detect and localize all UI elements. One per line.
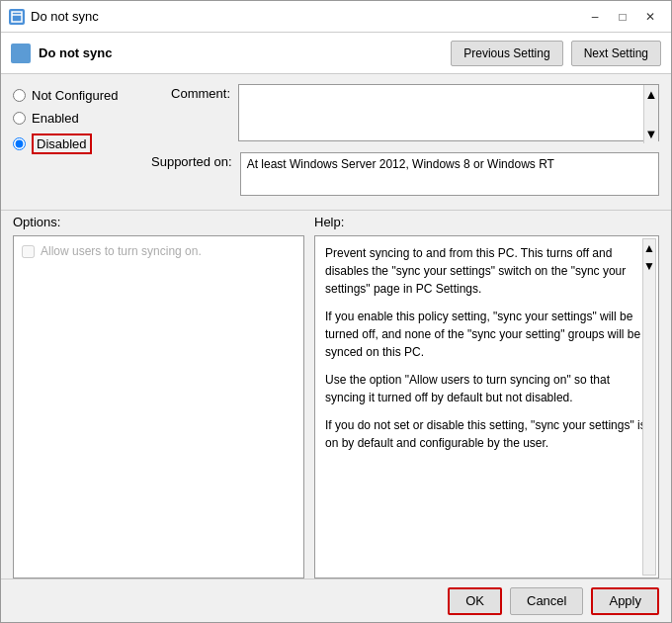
minimize-button[interactable]: – bbox=[582, 7, 608, 27]
not-configured-option[interactable]: Not Configured bbox=[13, 88, 141, 103]
window-title: Do not sync bbox=[31, 9, 582, 24]
help-title: Help: bbox=[314, 215, 659, 229]
disabled-option[interactable]: Disabled bbox=[13, 134, 141, 154]
enabled-radio[interactable] bbox=[13, 112, 26, 125]
right-panel: Comment: ▲ ▼ Supported on: At least Wind… bbox=[151, 84, 659, 196]
title-bar: Do not sync – □ ✕ bbox=[1, 1, 671, 33]
help-para-4: If you do not set or disable this settin… bbox=[325, 416, 648, 452]
window-icon bbox=[9, 9, 25, 25]
divider bbox=[1, 210, 671, 211]
content-area: Not Configured Enabled Disabled Comment: bbox=[1, 74, 671, 578]
allow-sync-label: Allow users to turn syncing on. bbox=[41, 244, 202, 258]
toolbar-title: Do not sync bbox=[39, 45, 443, 60]
ok-button[interactable]: OK bbox=[448, 587, 502, 615]
allow-sync-checkbox[interactable] bbox=[22, 245, 35, 258]
scroll-up-arrow: ▲ bbox=[645, 87, 658, 102]
prev-setting-button[interactable]: Previous Setting bbox=[451, 41, 562, 66]
disabled-radio[interactable] bbox=[13, 137, 26, 150]
window-controls: – □ ✕ bbox=[582, 7, 663, 27]
options-title: Options: bbox=[13, 215, 304, 229]
toolbar: Do not sync Previous Setting Next Settin… bbox=[1, 33, 671, 74]
not-configured-label: Not Configured bbox=[32, 88, 118, 103]
comment-label: Comment: bbox=[151, 84, 230, 101]
help-para-3: Use the option "Allow users to turn sync… bbox=[325, 371, 648, 406]
disabled-label: Disabled bbox=[32, 134, 92, 154]
cancel-button[interactable]: Cancel bbox=[510, 587, 583, 615]
radio-panel: Not Configured Enabled Disabled bbox=[13, 84, 141, 196]
footer: OK Cancel Apply bbox=[1, 578, 671, 622]
bottom-section: Options: Allow users to turn syncing on.… bbox=[1, 215, 671, 578]
supported-wrapper: At least Windows Server 2012, Windows 8 … bbox=[240, 152, 659, 196]
enabled-label: Enabled bbox=[32, 111, 79, 126]
maximize-button[interactable]: □ bbox=[610, 7, 635, 27]
toolbar-icon bbox=[11, 44, 31, 63]
allow-sync-option[interactable]: Allow users to turn syncing on. bbox=[22, 244, 295, 258]
help-para-2: If you enable this policy setting, "sync… bbox=[325, 308, 648, 361]
enabled-option[interactable]: Enabled bbox=[13, 111, 141, 126]
help-scrollbar: ▲ ▼ bbox=[642, 238, 656, 576]
help-scroll-up: ▲ bbox=[643, 239, 655, 257]
comment-textarea[interactable] bbox=[238, 84, 659, 141]
help-panel: Help: Prevent syncing to and from this P… bbox=[314, 215, 659, 578]
supported-row: Supported on: At least Windows Server 20… bbox=[151, 152, 659, 196]
scroll-down-arrow: ▼ bbox=[645, 127, 658, 141]
comment-row: Comment: ▲ ▼ bbox=[151, 84, 659, 144]
supported-text: At least Windows Server 2012, Windows 8 … bbox=[240, 152, 659, 196]
not-configured-radio[interactable] bbox=[13, 89, 26, 102]
help-box: Prevent syncing to and from this PC. Thi… bbox=[314, 235, 659, 578]
close-button[interactable]: ✕ bbox=[637, 7, 663, 27]
comment-scrollbar: ▲ ▼ bbox=[643, 85, 658, 143]
supported-label: Supported on: bbox=[151, 152, 232, 169]
options-box: Allow users to turn syncing on. bbox=[13, 235, 304, 578]
next-setting-button[interactable]: Next Setting bbox=[571, 41, 661, 66]
top-section: Not Configured Enabled Disabled Comment: bbox=[1, 74, 671, 206]
help-para-1: Prevent syncing to and from this PC. Thi… bbox=[325, 244, 648, 298]
options-panel: Options: Allow users to turn syncing on. bbox=[13, 215, 304, 578]
apply-button[interactable]: Apply bbox=[591, 587, 659, 615]
svg-rect-0 bbox=[12, 12, 22, 22]
help-scroll-down: ▼ bbox=[643, 257, 655, 275]
main-window: Do not sync – □ ✕ Do not sync Previous S… bbox=[0, 0, 672, 623]
comment-wrapper: ▲ ▼ bbox=[238, 84, 659, 144]
